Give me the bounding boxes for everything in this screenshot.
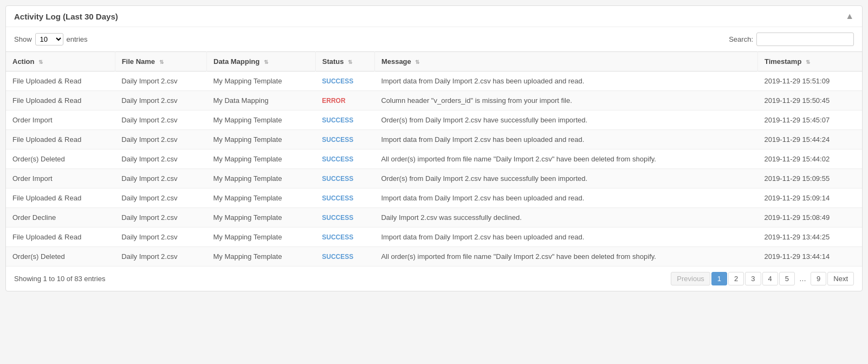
- cell-action: Order Import: [6, 169, 115, 188]
- cell-datamapping: My Mapping Template: [207, 130, 316, 150]
- cell-filename: Daily Import 2.csv: [115, 227, 206, 247]
- table-row: File Uploaded & Read Daily Import 2.csv …: [6, 72, 862, 91]
- cell-datamapping: My Data Mapping: [207, 91, 316, 110]
- cell-action: Order(s) Deleted: [6, 247, 115, 266]
- page-4-button[interactable]: 4: [762, 272, 778, 285]
- page-5-button[interactable]: 5: [779, 272, 795, 285]
- sort-filename-icon: ⇅: [159, 59, 164, 65]
- cell-filename: Daily Import 2.csv: [115, 91, 206, 110]
- cell-action: File Uploaded & Read: [6, 227, 115, 247]
- table-row: Order Import Daily Import 2.csv My Mappi…: [6, 110, 862, 130]
- cell-message: Column header "v_orders_id" is missing f…: [374, 91, 757, 110]
- page-9-button[interactable]: 9: [811, 272, 826, 285]
- cell-datamapping: My Mapping Template: [207, 208, 316, 227]
- entries-label: entries: [67, 35, 88, 43]
- cell-timestamp: 2019-11-29 15:44:02: [757, 150, 862, 169]
- cell-status: SUCCESS: [315, 188, 374, 208]
- search-input[interactable]: [756, 32, 854, 46]
- col-status[interactable]: Status ⇅: [315, 52, 374, 72]
- pagination: Previous 1 2 3 4 5 … 9 Next: [671, 272, 854, 285]
- cell-timestamp: 2019-11-29 15:09:14: [757, 188, 862, 208]
- cell-timestamp: 2019-11-29 13:44:14: [757, 247, 862, 266]
- cell-datamapping: My Mapping Template: [207, 110, 316, 130]
- cell-action: Order(s) Deleted: [6, 150, 115, 169]
- col-timestamp[interactable]: Timestamp ⇅: [757, 52, 862, 72]
- page-3-button[interactable]: 3: [745, 272, 761, 285]
- search-area: Search:: [729, 32, 854, 46]
- cell-filename: Daily Import 2.csv: [115, 110, 206, 130]
- table-row: Order Decline Daily Import 2.csv My Mapp…: [6, 208, 862, 227]
- cell-status: SUCCESS: [315, 150, 374, 169]
- cell-status: SUCCESS: [315, 110, 374, 130]
- table-row: File Uploaded & Read Daily Import 2.csv …: [6, 227, 862, 247]
- page-2-button[interactable]: 2: [728, 272, 744, 285]
- cell-filename: Daily Import 2.csv: [115, 188, 206, 208]
- sort-datamapping-icon: ⇅: [264, 59, 268, 65]
- cell-timestamp: 2019-11-29 15:44:24: [757, 130, 862, 150]
- panel-footer: Showing 1 to 10 of 83 entries Previous 1…: [6, 266, 862, 291]
- cell-message: Order(s) from Daily Import 2.csv have su…: [374, 169, 757, 188]
- cell-action: File Uploaded & Read: [6, 188, 115, 208]
- cell-datamapping: My Mapping Template: [207, 227, 316, 247]
- cell-datamapping: My Mapping Template: [207, 188, 316, 208]
- table-body: File Uploaded & Read Daily Import 2.csv …: [6, 72, 862, 266]
- table-row: Order(s) Deleted Daily Import 2.csv My M…: [6, 247, 862, 266]
- cell-filename: Daily Import 2.csv: [115, 150, 206, 169]
- show-entries-control: Show 10 25 50 100 entries: [14, 33, 88, 46]
- cell-timestamp: 2019-11-29 15:08:49: [757, 208, 862, 227]
- cell-timestamp: 2019-11-29 15:51:09: [757, 72, 862, 91]
- col-datamapping[interactable]: Data Mapping ⇅: [207, 52, 316, 72]
- sort-status-icon: ⇅: [348, 59, 352, 65]
- activity-table: Action ⇅ File Name ⇅ Data Mapping ⇅ Stat…: [6, 51, 862, 266]
- next-button[interactable]: Next: [827, 272, 854, 285]
- cell-timestamp: 2019-11-29 15:50:45: [757, 91, 862, 110]
- table-row: Order(s) Deleted Daily Import 2.csv My M…: [6, 150, 862, 169]
- cell-action: Order Import: [6, 110, 115, 130]
- col-action[interactable]: Action ⇅: [6, 52, 115, 72]
- cell-status: SUCCESS: [315, 227, 374, 247]
- cell-action: File Uploaded & Read: [6, 91, 115, 110]
- col-filename[interactable]: File Name ⇅: [115, 52, 206, 72]
- search-label: Search:: [729, 35, 753, 43]
- cell-message: Import data from Daily Import 2.csv has …: [374, 227, 757, 247]
- table-row: File Uploaded & Read Daily Import 2.csv …: [6, 130, 862, 150]
- cell-status: SUCCESS: [315, 72, 374, 91]
- cell-status: SUCCESS: [315, 169, 374, 188]
- cell-datamapping: My Mapping Template: [207, 72, 316, 91]
- cell-message: All order(s) imported from file name "Da…: [374, 247, 757, 266]
- panel-title: Activity Log (Last 30 Days): [14, 12, 118, 21]
- cell-message: Order(s) from Daily Import 2.csv have su…: [374, 110, 757, 130]
- col-message[interactable]: Message ⇅: [374, 52, 757, 72]
- cell-filename: Daily Import 2.csv: [115, 72, 206, 91]
- entries-select[interactable]: 10 25 50 100: [35, 33, 63, 46]
- cell-datamapping: My Mapping Template: [207, 169, 316, 188]
- show-label: Show: [14, 35, 32, 43]
- cell-status: ERROR: [315, 91, 374, 110]
- page-1-button[interactable]: 1: [711, 272, 727, 285]
- table-row: File Uploaded & Read Daily Import 2.csv …: [6, 91, 862, 110]
- cell-status: SUCCESS: [315, 130, 374, 150]
- cell-datamapping: My Mapping Template: [207, 247, 316, 266]
- sort-timestamp-icon: ⇅: [806, 59, 810, 65]
- cell-status: SUCCESS: [315, 208, 374, 227]
- table-row: Order Import Daily Import 2.csv My Mappi…: [6, 169, 862, 188]
- pagination-ellipsis: …: [796, 272, 809, 285]
- table-header-row: Action ⇅ File Name ⇅ Data Mapping ⇅ Stat…: [6, 52, 862, 72]
- sort-message-icon: ⇅: [415, 59, 419, 65]
- prev-button[interactable]: Previous: [671, 272, 710, 285]
- cell-message: Daily Import 2.csv was successfully decl…: [374, 208, 757, 227]
- cell-datamapping: My Mapping Template: [207, 150, 316, 169]
- cell-timestamp: 2019-11-29 15:09:55: [757, 169, 862, 188]
- collapse-icon[interactable]: ▲: [845, 11, 854, 21]
- table-row: File Uploaded & Read Daily Import 2.csv …: [6, 188, 862, 208]
- cell-message: Import data from Daily Import 2.csv has …: [374, 72, 757, 91]
- activity-log-panel: Activity Log (Last 30 Days) ▲ Show 10 25…: [5, 5, 863, 291]
- cell-message: Import data from Daily Import 2.csv has …: [374, 188, 757, 208]
- cell-action: Order Decline: [6, 208, 115, 227]
- panel-controls: Show 10 25 50 100 entries Search:: [6, 27, 862, 51]
- cell-timestamp: 2019-11-29 15:45:07: [757, 110, 862, 130]
- cell-timestamp: 2019-11-29 13:44:25: [757, 227, 862, 247]
- cell-action: File Uploaded & Read: [6, 130, 115, 150]
- cell-status: SUCCESS: [315, 247, 374, 266]
- cell-action: File Uploaded & Read: [6, 72, 115, 91]
